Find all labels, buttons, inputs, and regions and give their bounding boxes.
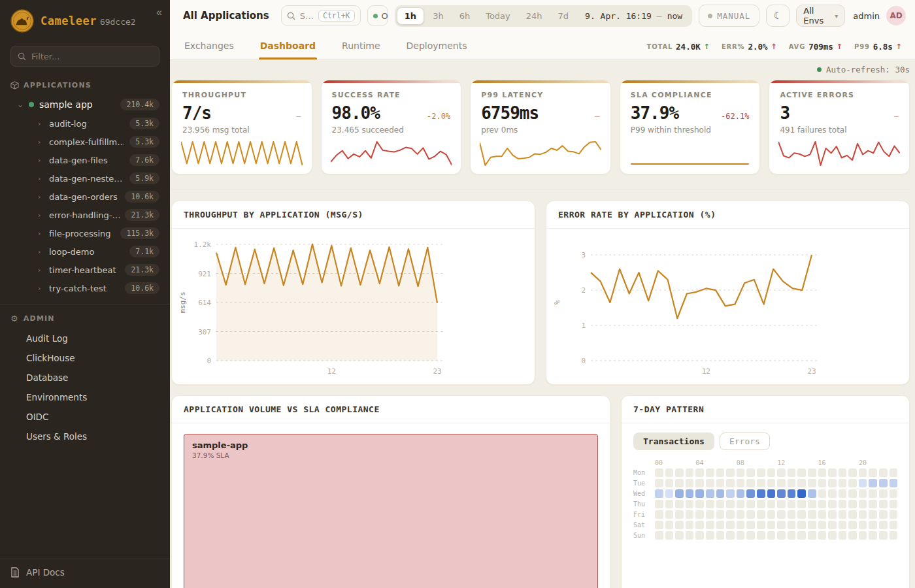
heatmap-cell-thu-8[interactable]	[737, 500, 745, 508]
heatmap-cell-tue-16[interactable]	[818, 479, 827, 487]
avatar[interactable]: AD	[886, 6, 906, 25]
heatmap-cell-wed-17[interactable]	[828, 489, 837, 498]
heatmap-cell-sat-15[interactable]	[808, 521, 816, 529]
heatmap-cell-fri-2[interactable]	[675, 510, 684, 519]
heatmap-cell-sun-7[interactable]	[726, 531, 735, 540]
heatmap-cell-sat-21[interactable]	[869, 521, 877, 529]
heatmap-cell-sat-5[interactable]	[706, 521, 714, 529]
heatmap-cell-fri-5[interactable]	[706, 510, 714, 519]
heatmap-cell-sun-13[interactable]	[788, 531, 796, 540]
heatmap-cell-sun-5[interactable]	[706, 531, 714, 540]
heatmap-cell-wed-1[interactable]	[665, 489, 674, 498]
heatmap-cell-wed-23[interactable]	[890, 489, 898, 498]
sidebar-item-api-docs[interactable]: API Docs	[0, 559, 170, 588]
sidebar-item-data-gen-neste[interactable]: ›data-gen-neste…5.9k	[0, 169, 170, 188]
heatmap-cell-sun-9[interactable]	[746, 531, 755, 540]
heatmap-cell-thu-6[interactable]	[716, 500, 725, 508]
heatmap-cell-thu-20[interactable]	[859, 500, 867, 508]
heatmap-cell-sun-15[interactable]	[808, 531, 816, 540]
heatmap-cell-tue-5[interactable]	[706, 479, 714, 487]
heatmap-cell-sun-8[interactable]	[737, 531, 745, 540]
tab-runtime[interactable]: Runtime	[341, 34, 381, 59]
heatmap-cell-sat-10[interactable]	[757, 521, 765, 529]
heatmap-cell-sun-21[interactable]	[869, 531, 877, 540]
heatmap-cell-sat-18[interactable]	[839, 521, 847, 529]
chevron-down-icon[interactable]: ⌄	[17, 100, 24, 109]
heatmap-cell-wed-20[interactable]	[859, 489, 867, 498]
time-range-6h[interactable]: 6h	[452, 7, 478, 25]
heatmap-cell-sun-14[interactable]	[797, 531, 806, 540]
heatmap-cell-fri-20[interactable]	[859, 510, 867, 519]
heatmap-cell-sat-9[interactable]	[746, 521, 755, 529]
heatmap-cell-thu-15[interactable]	[808, 500, 816, 508]
sidebar-item-oidc[interactable]: OIDC	[0, 407, 170, 427]
sidebar-item-error-handling[interactable]: ›error-handling-…21.3k	[0, 206, 170, 224]
heatmap-cell-sun-18[interactable]	[839, 531, 847, 540]
heatmap-cell-thu-22[interactable]	[879, 500, 888, 508]
heatmap-cell-fri-13[interactable]	[788, 510, 796, 519]
heatmap-cell-mon-11[interactable]	[767, 468, 776, 477]
heatmap-cell-tue-10[interactable]	[757, 479, 765, 487]
heatmap-cell-wed-10[interactable]	[757, 489, 765, 498]
sidebar-item-timer-heartbeat[interactable]: ›timer-heartbeat21.3k	[0, 261, 170, 279]
heatmap-cell-thu-23[interactable]	[890, 500, 898, 508]
heatmap-cell-wed-2[interactable]	[675, 489, 684, 498]
heatmap-cell-mon-7[interactable]	[726, 468, 735, 477]
heatmap-cell-tue-3[interactable]	[686, 479, 694, 487]
heatmap-cell-fri-10[interactable]	[757, 510, 765, 519]
heatmap-cell-mon-2[interactable]	[675, 468, 684, 477]
sidebar-item-clickhouse[interactable]: ClickHouse	[0, 348, 170, 368]
sidebar-item-database[interactable]: Database	[0, 368, 170, 387]
sidebar-item-data-gen-files[interactable]: ›data-gen-files7.6k	[0, 151, 170, 169]
heatmap-cell-sat-19[interactable]	[848, 521, 857, 529]
heatmap-cell-sun-11[interactable]	[767, 531, 776, 540]
heatmap-cell-tue-23[interactable]	[890, 479, 898, 487]
heatmap-cell-tue-2[interactable]	[675, 479, 684, 487]
heatmap-cell-wed-0[interactable]	[655, 489, 663, 498]
heatmap-cell-wed-9[interactable]	[746, 489, 755, 498]
heatmap-cell-sat-16[interactable]	[818, 521, 827, 529]
heatmap-cell-wed-21[interactable]	[869, 489, 877, 498]
heatmap-cell-fri-11[interactable]	[767, 510, 776, 519]
heatmap-cell-sat-4[interactable]	[695, 521, 704, 529]
heatmap-cell-thu-13[interactable]	[788, 500, 796, 508]
heatmap-cell-mon-9[interactable]	[746, 468, 755, 477]
heatmap-cell-sat-20[interactable]	[859, 521, 867, 529]
chevron-right-icon[interactable]: ›	[38, 266, 44, 274]
sidebar-collapse-icon[interactable]: «	[156, 7, 162, 18]
heatmap-cell-sun-4[interactable]	[695, 531, 704, 540]
tab-exchanges[interactable]: Exchanges	[183, 34, 235, 59]
heatmap-cell-sat-17[interactable]	[828, 521, 837, 529]
heatmap-cell-thu-10[interactable]	[757, 500, 765, 508]
heatmap-cell-sat-7[interactable]	[726, 521, 735, 529]
heatmap-cell-mon-19[interactable]	[848, 468, 857, 477]
heatmap-cell-fri-4[interactable]	[695, 510, 704, 519]
heatmap-cell-sat-1[interactable]	[665, 521, 674, 529]
heatmap-cell-tue-1[interactable]	[665, 479, 674, 487]
env-select[interactable]: All Envs ▾	[796, 5, 845, 27]
heatmap-cell-wed-6[interactable]	[716, 489, 725, 498]
heatmap-cell-tue-19[interactable]	[848, 479, 857, 487]
heatmap-cell-thu-11[interactable]	[767, 500, 776, 508]
heatmap-cell-tue-14[interactable]	[797, 479, 806, 487]
heatmap-cell-thu-1[interactable]	[665, 500, 674, 508]
heatmap-cell-thu-5[interactable]	[706, 500, 714, 508]
heatmap-cell-mon-1[interactable]	[665, 468, 674, 477]
heatmap-cell-tue-22[interactable]	[879, 479, 888, 487]
heatmap-cell-sat-13[interactable]	[788, 521, 796, 529]
heatmap-cell-fri-16[interactable]	[818, 510, 827, 519]
filter-input[interactable]	[31, 52, 152, 61]
heatmap-cell-thu-14[interactable]	[797, 500, 806, 508]
heatmap-cell-tue-8[interactable]	[737, 479, 745, 487]
heatmap-cell-mon-13[interactable]	[788, 468, 796, 477]
heatmap-cell-wed-15[interactable]	[808, 489, 816, 498]
sidebar-item-data-gen-orders[interactable]: ›data-gen-orders10.6k	[0, 188, 170, 206]
heatmap-cell-sun-2[interactable]	[675, 531, 684, 540]
throughput-chart[interactable]: 03076149211.2kmsg/s1223	[172, 229, 535, 385]
heatmap-cell-thu-9[interactable]	[746, 500, 755, 508]
chevron-right-icon[interactable]: ›	[38, 174, 44, 183]
chevron-right-icon[interactable]: ›	[38, 211, 44, 220]
heatmap-cell-mon-10[interactable]	[757, 468, 765, 477]
heatmap-cell-sun-6[interactable]	[716, 531, 725, 540]
heatmap-cell-sat-8[interactable]	[737, 521, 745, 529]
